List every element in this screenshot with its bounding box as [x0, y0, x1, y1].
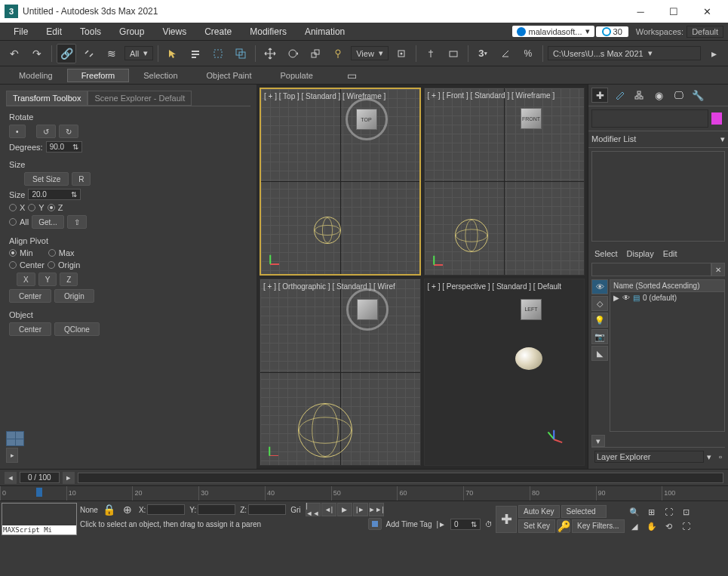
undo-button[interactable]: ↶ [5, 44, 24, 63]
project-path-dropdown[interactable]: C:\Users\U...s Max 2021▾ [548, 46, 701, 60]
eye-icon[interactable]: 👁 [622, 294, 630, 302]
sphere-shaded[interactable] [515, 347, 542, 370]
pivot-button[interactable] [392, 44, 411, 63]
filter-camera-icon[interactable]: 📷 [591, 329, 608, 344]
expand-icon[interactable]: ▶ [613, 294, 619, 302]
zoom-extents-icon[interactable]: ⛶ [661, 505, 677, 519]
selection-filter-dropdown[interactable]: All▾ [124, 46, 153, 60]
viewcube-ortho[interactable] [352, 294, 382, 325]
ribbon-tab-objectpaint[interactable]: Object Paint [192, 69, 266, 82]
sphere-wireframe[interactable] [455, 219, 488, 252]
zoom-all-icon[interactable]: ⊞ [644, 505, 660, 519]
select-button[interactable] [163, 44, 183, 63]
ribbon-collapse-button[interactable]: ▭ [342, 66, 362, 85]
goto-end-button[interactable]: ►►| [369, 503, 384, 516]
radio-max[interactable] [48, 249, 56, 257]
next-frame-button[interactable]: |► [353, 503, 368, 516]
layer-explorer-input[interactable] [594, 451, 704, 463]
sphere-wireframe[interactable] [298, 403, 352, 457]
ribbon-tab-populate[interactable]: Populate [266, 69, 327, 82]
filter-light-icon[interactable]: 💡 [591, 313, 608, 328]
align-origin-button[interactable]: Origin [54, 289, 94, 303]
timer-badge[interactable]: 30 [596, 26, 628, 37]
modifier-list-dropdown[interactable]: Modifier List▾ [588, 131, 728, 148]
viewport-label-ortho[interactable]: [ + ] [ Orthographic ] [ Standard ] [ Wi… [263, 282, 395, 291]
current-frame-spinner[interactable]: 0⇅ [450, 519, 481, 530]
viewport-layout-button[interactable] [6, 431, 24, 446]
r-button[interactable]: R [72, 172, 91, 186]
list-item[interactable]: ▶ 👁 ▤ 0 (default) [610, 292, 724, 303]
radio-z[interactable] [48, 204, 55, 211]
viewport-top[interactable]: [ + ] [ Top ] [ Standard ] [ Wireframe ]… [260, 88, 421, 276]
add-time-tag-button[interactable]: Add Time Tag [386, 520, 432, 528]
autokey-button[interactable]: Auto Key [518, 505, 560, 518]
scene-tab-display[interactable]: Display [627, 249, 654, 258]
bind-button[interactable]: ≋ [102, 44, 121, 63]
redo-button[interactable]: ↷ [27, 44, 47, 63]
menu-tools[interactable]: Tools [71, 23, 110, 41]
abs-transform-icon[interactable]: ⊕ [121, 504, 134, 516]
menu-group[interactable]: Group [110, 23, 153, 41]
scene-tab-edit[interactable]: Edit [663, 249, 677, 258]
maxscript-input[interactable]: MAXScript Mi [2, 525, 76, 534]
setsize-button[interactable]: Set Size [24, 172, 69, 186]
menu-create[interactable]: Create [195, 23, 241, 41]
radio-origin[interactable] [48, 261, 55, 269]
ribbon-tab-freeform[interactable]: Freeform [67, 69, 130, 82]
scene-list[interactable]: Name (Sorted Ascending) ▶ 👁 ▤ 0 (default… [610, 279, 725, 432]
fov-icon[interactable]: ◢ [626, 519, 643, 533]
minimize-button[interactable]: ─ [624, 0, 657, 23]
align-x-button[interactable]: X [17, 273, 35, 286]
get-button[interactable]: Get... [32, 215, 63, 229]
play-button[interactable]: ▶ [337, 503, 352, 516]
qclone-button[interactable]: QClone [54, 322, 100, 336]
setkey-button[interactable]: Set Key [518, 519, 555, 533]
time-config-button[interactable]: ⏱ [485, 520, 493, 528]
keyboard-shortcut-button[interactable] [444, 44, 463, 63]
radio-min[interactable] [9, 249, 17, 257]
utilities-tab-icon[interactable]: 🔧 [690, 88, 706, 103]
layer-dropdown-icon[interactable]: ▾ [707, 452, 711, 462]
maxscript-listener[interactable]: MAXScript Mi [2, 503, 77, 535]
align-z-button[interactable]: Z [60, 273, 78, 286]
tab-scene-explorer[interactable]: Scene Explorer - Default [88, 91, 192, 106]
viewport-perspective[interactable]: [ + ] [ Perspective ] [ Standard ] [ Def… [424, 279, 585, 467]
motion-tab-icon[interactable]: ◉ [650, 88, 667, 103]
menu-edit[interactable]: Edit [37, 23, 71, 41]
selected-dropdown[interactable]: Selected [561, 505, 607, 518]
prev-frame-button[interactable]: ◄| [321, 503, 336, 516]
timeline-track[interactable] [78, 473, 723, 483]
scene-tab-select[interactable]: Select [594, 249, 618, 258]
size-spinner[interactable]: 20.0⇅ [28, 189, 81, 200]
radio-center[interactable] [9, 261, 17, 269]
ribbon-tab-modeling[interactable]: Modeling [5, 69, 67, 82]
move-button[interactable] [260, 44, 280, 63]
modify-tab-icon[interactable] [611, 88, 628, 103]
radio-all[interactable] [9, 218, 17, 226]
viewport-label-front[interactable]: [ + ] [ Front ] [ Standard ] [ Wireframe… [428, 91, 555, 100]
degrees-spinner[interactable]: 90.0⇅ [46, 141, 82, 152]
account-dropdown[interactable]: malavidasoft... ▾ [512, 26, 594, 37]
filter-helper-icon[interactable]: ◣ [591, 346, 608, 361]
menu-modifiers[interactable]: Modifiers [241, 23, 296, 41]
keyfilters-button[interactable]: Key Filters... [572, 519, 625, 533]
align-y-button[interactable]: Y [38, 273, 57, 286]
filter-visible-icon[interactable]: 👁 [591, 279, 608, 294]
percent-snap-button[interactable]: % [518, 44, 538, 63]
select-name-button[interactable] [186, 44, 205, 63]
timeline-next-button[interactable]: ► [63, 472, 75, 484]
angle-snap-button[interactable] [496, 44, 515, 63]
z-input[interactable] [248, 504, 286, 515]
object-name-input[interactable] [591, 109, 708, 128]
placement-button[interactable] [328, 44, 348, 63]
toolbar-overflow[interactable]: ▸ [704, 44, 723, 63]
link-button[interactable]: 🔗 [57, 44, 76, 63]
object-center-button[interactable]: Center [9, 322, 51, 336]
viewport-front[interactable]: [ + ] [ Front ] [ Standard ] [ Wireframe… [424, 88, 585, 276]
maximize-viewport-icon[interactable]: ⛶ [678, 519, 695, 533]
menu-file[interactable]: File [5, 23, 37, 41]
rotate-ccw-button[interactable]: ↺ [36, 125, 56, 138]
set-key-big-button[interactable]: ✚ [496, 506, 517, 533]
reference-coord-dropdown[interactable]: View▾ [351, 46, 389, 60]
timeline-frame-display[interactable]: 0 / 100 [20, 472, 60, 483]
